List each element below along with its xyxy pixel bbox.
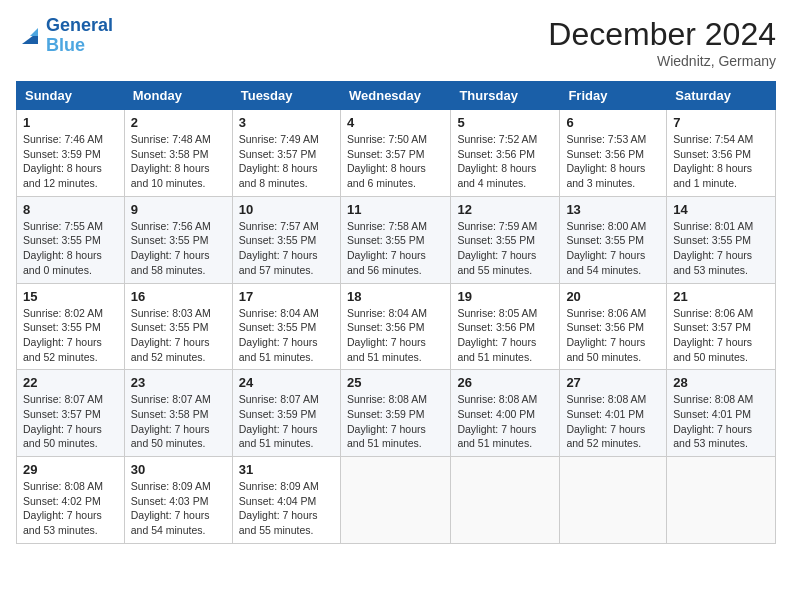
title-block: December 2024 Wiednitz, Germany	[548, 16, 776, 69]
month-title: December 2024	[548, 16, 776, 53]
day-number: 22	[23, 375, 118, 390]
calendar-cell: 8 Sunrise: 7:55 AMSunset: 3:55 PMDayligh…	[17, 196, 125, 283]
calendar-cell: 20 Sunrise: 8:06 AMSunset: 3:56 PMDaylig…	[560, 283, 667, 370]
day-number: 1	[23, 115, 118, 130]
day-number: 6	[566, 115, 660, 130]
day-info: Sunrise: 7:57 AMSunset: 3:55 PMDaylight:…	[239, 219, 334, 278]
day-number: 10	[239, 202, 334, 217]
day-info: Sunrise: 8:05 AMSunset: 3:56 PMDaylight:…	[457, 306, 553, 365]
page-header: GeneralBlue December 2024 Wiednitz, Germ…	[16, 16, 776, 69]
day-info: Sunrise: 8:08 AMSunset: 4:01 PMDaylight:…	[566, 392, 660, 451]
week-row-1: 1 Sunrise: 7:46 AMSunset: 3:59 PMDayligh…	[17, 110, 776, 197]
day-number: 12	[457, 202, 553, 217]
calendar-cell: 15 Sunrise: 8:02 AMSunset: 3:55 PMDaylig…	[17, 283, 125, 370]
calendar-cell: 19 Sunrise: 8:05 AMSunset: 3:56 PMDaylig…	[451, 283, 560, 370]
day-info: Sunrise: 8:08 AMSunset: 3:59 PMDaylight:…	[347, 392, 444, 451]
day-number: 3	[239, 115, 334, 130]
calendar-cell: 4 Sunrise: 7:50 AMSunset: 3:57 PMDayligh…	[340, 110, 450, 197]
calendar-cell: 1 Sunrise: 7:46 AMSunset: 3:59 PMDayligh…	[17, 110, 125, 197]
day-number: 7	[673, 115, 769, 130]
calendar-cell: 24 Sunrise: 8:07 AMSunset: 3:59 PMDaylig…	[232, 370, 340, 457]
weekday-header-monday: Monday	[124, 82, 232, 110]
day-info: Sunrise: 8:02 AMSunset: 3:55 PMDaylight:…	[23, 306, 118, 365]
location: Wiednitz, Germany	[548, 53, 776, 69]
calendar-table: SundayMondayTuesdayWednesdayThursdayFrid…	[16, 81, 776, 544]
calendar-cell: 5 Sunrise: 7:52 AMSunset: 3:56 PMDayligh…	[451, 110, 560, 197]
day-number: 13	[566, 202, 660, 217]
day-number: 28	[673, 375, 769, 390]
logo-icon	[16, 22, 44, 50]
day-number: 8	[23, 202, 118, 217]
day-info: Sunrise: 8:09 AMSunset: 4:04 PMDaylight:…	[239, 479, 334, 538]
day-number: 15	[23, 289, 118, 304]
calendar-cell	[451, 457, 560, 544]
calendar-cell	[340, 457, 450, 544]
day-number: 14	[673, 202, 769, 217]
day-number: 20	[566, 289, 660, 304]
day-info: Sunrise: 8:00 AMSunset: 3:55 PMDaylight:…	[566, 219, 660, 278]
calendar-cell: 11 Sunrise: 7:58 AMSunset: 3:55 PMDaylig…	[340, 196, 450, 283]
day-info: Sunrise: 7:55 AMSunset: 3:55 PMDaylight:…	[23, 219, 118, 278]
day-number: 19	[457, 289, 553, 304]
week-row-3: 15 Sunrise: 8:02 AMSunset: 3:55 PMDaylig…	[17, 283, 776, 370]
day-info: Sunrise: 7:58 AMSunset: 3:55 PMDaylight:…	[347, 219, 444, 278]
calendar-cell: 26 Sunrise: 8:08 AMSunset: 4:00 PMDaylig…	[451, 370, 560, 457]
day-info: Sunrise: 8:08 AMSunset: 4:01 PMDaylight:…	[673, 392, 769, 451]
day-info: Sunrise: 8:09 AMSunset: 4:03 PMDaylight:…	[131, 479, 226, 538]
weekday-header-friday: Friday	[560, 82, 667, 110]
day-info: Sunrise: 8:08 AMSunset: 4:02 PMDaylight:…	[23, 479, 118, 538]
day-info: Sunrise: 7:52 AMSunset: 3:56 PMDaylight:…	[457, 132, 553, 191]
day-info: Sunrise: 8:06 AMSunset: 3:57 PMDaylight:…	[673, 306, 769, 365]
day-number: 25	[347, 375, 444, 390]
weekday-header-saturday: Saturday	[667, 82, 776, 110]
calendar-cell: 3 Sunrise: 7:49 AMSunset: 3:57 PMDayligh…	[232, 110, 340, 197]
calendar-cell: 21 Sunrise: 8:06 AMSunset: 3:57 PMDaylig…	[667, 283, 776, 370]
day-info: Sunrise: 8:07 AMSunset: 3:58 PMDaylight:…	[131, 392, 226, 451]
day-info: Sunrise: 7:50 AMSunset: 3:57 PMDaylight:…	[347, 132, 444, 191]
day-info: Sunrise: 7:54 AMSunset: 3:56 PMDaylight:…	[673, 132, 769, 191]
calendar-cell	[560, 457, 667, 544]
calendar-cell: 30 Sunrise: 8:09 AMSunset: 4:03 PMDaylig…	[124, 457, 232, 544]
day-number: 24	[239, 375, 334, 390]
week-row-2: 8 Sunrise: 7:55 AMSunset: 3:55 PMDayligh…	[17, 196, 776, 283]
day-info: Sunrise: 8:07 AMSunset: 3:59 PMDaylight:…	[239, 392, 334, 451]
calendar-cell: 28 Sunrise: 8:08 AMSunset: 4:01 PMDaylig…	[667, 370, 776, 457]
day-info: Sunrise: 8:03 AMSunset: 3:55 PMDaylight:…	[131, 306, 226, 365]
weekday-header-wednesday: Wednesday	[340, 82, 450, 110]
calendar-cell: 31 Sunrise: 8:09 AMSunset: 4:04 PMDaylig…	[232, 457, 340, 544]
weekday-header-tuesday: Tuesday	[232, 82, 340, 110]
logo-text: GeneralBlue	[46, 16, 113, 56]
calendar-cell: 18 Sunrise: 8:04 AMSunset: 3:56 PMDaylig…	[340, 283, 450, 370]
calendar-cell: 23 Sunrise: 8:07 AMSunset: 3:58 PMDaylig…	[124, 370, 232, 457]
day-info: Sunrise: 8:04 AMSunset: 3:55 PMDaylight:…	[239, 306, 334, 365]
calendar-cell: 17 Sunrise: 8:04 AMSunset: 3:55 PMDaylig…	[232, 283, 340, 370]
weekday-header-row: SundayMondayTuesdayWednesdayThursdayFrid…	[17, 82, 776, 110]
calendar-cell: 29 Sunrise: 8:08 AMSunset: 4:02 PMDaylig…	[17, 457, 125, 544]
day-info: Sunrise: 7:46 AMSunset: 3:59 PMDaylight:…	[23, 132, 118, 191]
day-info: Sunrise: 7:48 AMSunset: 3:58 PMDaylight:…	[131, 132, 226, 191]
day-number: 18	[347, 289, 444, 304]
calendar-cell: 22 Sunrise: 8:07 AMSunset: 3:57 PMDaylig…	[17, 370, 125, 457]
day-info: Sunrise: 7:53 AMSunset: 3:56 PMDaylight:…	[566, 132, 660, 191]
day-number: 21	[673, 289, 769, 304]
day-info: Sunrise: 7:59 AMSunset: 3:55 PMDaylight:…	[457, 219, 553, 278]
week-row-5: 29 Sunrise: 8:08 AMSunset: 4:02 PMDaylig…	[17, 457, 776, 544]
day-number: 5	[457, 115, 553, 130]
calendar-cell: 12 Sunrise: 7:59 AMSunset: 3:55 PMDaylig…	[451, 196, 560, 283]
day-info: Sunrise: 8:04 AMSunset: 3:56 PMDaylight:…	[347, 306, 444, 365]
calendar-cell: 10 Sunrise: 7:57 AMSunset: 3:55 PMDaylig…	[232, 196, 340, 283]
calendar-cell: 7 Sunrise: 7:54 AMSunset: 3:56 PMDayligh…	[667, 110, 776, 197]
calendar-cell: 6 Sunrise: 7:53 AMSunset: 3:56 PMDayligh…	[560, 110, 667, 197]
calendar-cell: 25 Sunrise: 8:08 AMSunset: 3:59 PMDaylig…	[340, 370, 450, 457]
calendar-cell: 14 Sunrise: 8:01 AMSunset: 3:55 PMDaylig…	[667, 196, 776, 283]
calendar-cell: 27 Sunrise: 8:08 AMSunset: 4:01 PMDaylig…	[560, 370, 667, 457]
calendar-cell: 16 Sunrise: 8:03 AMSunset: 3:55 PMDaylig…	[124, 283, 232, 370]
calendar-cell	[667, 457, 776, 544]
weekday-header-thursday: Thursday	[451, 82, 560, 110]
day-number: 29	[23, 462, 118, 477]
day-number: 17	[239, 289, 334, 304]
day-info: Sunrise: 7:49 AMSunset: 3:57 PMDaylight:…	[239, 132, 334, 191]
calendar-cell: 2 Sunrise: 7:48 AMSunset: 3:58 PMDayligh…	[124, 110, 232, 197]
logo: GeneralBlue	[16, 16, 113, 56]
day-number: 31	[239, 462, 334, 477]
